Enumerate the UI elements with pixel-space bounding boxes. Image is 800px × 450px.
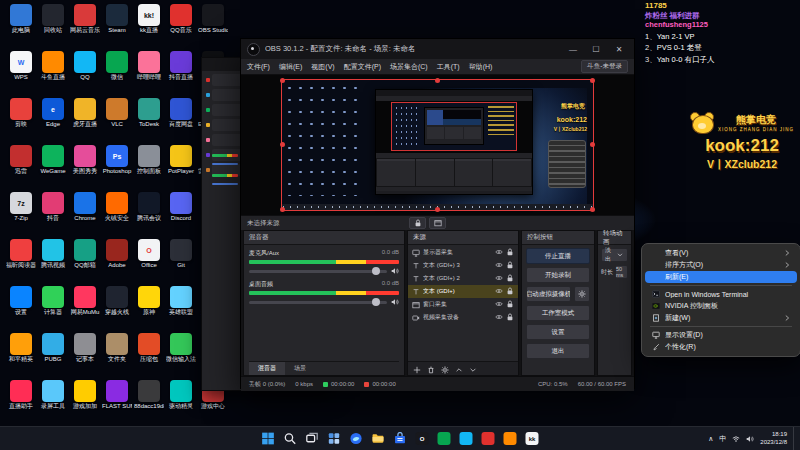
context-menu-item[interactable]: Open in Windows Terminal xyxy=(645,288,797,300)
add-source-button[interactable] xyxy=(413,360,421,378)
taskbar-start-button[interactable] xyxy=(260,430,277,447)
source-row[interactable]: 视频采集设备 xyxy=(408,311,518,324)
desktop-icon[interactable]: 微信 xyxy=(102,51,132,98)
desktop-icon[interactable]: 回收站 xyxy=(38,4,68,51)
obs-titlebar[interactable]: OBS 30.1.2 - 配置文件: 未命名 - 场景: 未命名 — ☐ ✕ xyxy=(241,39,634,59)
desktop-icon[interactable]: 网易云音乐 xyxy=(70,4,100,51)
desktop-icon[interactable]: WWPS xyxy=(6,51,36,98)
minimize-button[interactable]: — xyxy=(564,40,582,58)
visibility-toggle[interactable] xyxy=(495,313,503,322)
desktop-icon[interactable]: OOffice xyxy=(134,239,164,286)
desktop-icon[interactable]: 直播助手 xyxy=(6,380,36,427)
visibility-toggle[interactable] xyxy=(495,274,503,283)
virtual-camera-config-button[interactable] xyxy=(574,286,590,302)
desktop-icon[interactable]: 文件夹 xyxy=(102,333,132,380)
taskbar-microsoft-store-button[interactable] xyxy=(392,430,409,447)
speaker-icon[interactable] xyxy=(391,267,399,275)
close-button[interactable]: ✕ xyxy=(610,40,628,58)
desktop-icon[interactable]: 7z7-Zip xyxy=(6,192,36,239)
context-menu-item[interactable]: 个性化(R) xyxy=(645,341,797,353)
desktop-icon[interactable]: 火绒安全 xyxy=(102,192,132,239)
desktop-icon[interactable]: 迅雷 xyxy=(6,145,36,192)
lock-toggle[interactable] xyxy=(506,274,514,283)
speaker-icon[interactable] xyxy=(391,298,399,306)
desktop-icon[interactable]: 腾讯视频 xyxy=(38,239,68,286)
taskbar-search-button[interactable] xyxy=(282,430,299,447)
obs-menu-item[interactable]: 视图(V) xyxy=(311,62,334,72)
desktop-icon[interactable]: 穿越火线 xyxy=(102,286,132,333)
lock-toggle[interactable] xyxy=(506,313,514,322)
desktop-icon[interactable]: 福昕阅读器 xyxy=(6,239,36,286)
obs-menu-item[interactable]: 配置文件(P) xyxy=(344,62,381,72)
context-menu-item[interactable]: 查看(V) xyxy=(645,247,797,259)
desktop-icon[interactable]: 腾讯会议 xyxy=(134,192,164,239)
desktop-icon[interactable]: VLC xyxy=(102,98,132,145)
desktop-icon[interactable]: OBS Studio xyxy=(198,4,228,51)
tray-chevron-icon[interactable]: ∧ xyxy=(708,435,713,443)
desktop-icon[interactable]: 录屏工具 xyxy=(38,380,68,427)
desktop-icon[interactable]: 抖音 xyxy=(38,192,68,239)
context-menu-item[interactable]: 排序方式(O) xyxy=(645,259,797,271)
move-source-up-button[interactable] xyxy=(455,360,463,378)
source-row[interactable]: 文本 (GDI+) xyxy=(408,285,518,298)
obs-menu-item[interactable]: 工具(T) xyxy=(437,62,460,72)
volume-slider[interactable] xyxy=(249,270,387,273)
taskbar-widgets-button[interactable] xyxy=(326,430,343,447)
volume-icon[interactable] xyxy=(746,435,754,443)
obs-menu-item[interactable]: 编辑(E) xyxy=(279,62,302,72)
preview-fit-button[interactable] xyxy=(429,217,446,229)
control-button[interactable]: 设置 xyxy=(526,324,590,340)
sources-dock-title[interactable]: 来源 xyxy=(408,231,518,245)
desktop-icon[interactable]: 记事本 xyxy=(70,333,100,380)
desktop-icon[interactable]: 控制面板 xyxy=(134,145,164,192)
desktop-icon[interactable]: Git xyxy=(166,239,196,286)
control-button[interactable]: 退出 xyxy=(526,343,590,359)
desktop-icon[interactable]: 设置 xyxy=(6,286,36,333)
desktop-icon[interactable]: QQ音乐 xyxy=(166,4,196,51)
source-row[interactable]: 显示器采集 xyxy=(408,246,518,259)
desktop-icon[interactable]: Discord xyxy=(166,192,196,239)
dock-tab-mixer[interactable]: 混音器 xyxy=(249,362,285,375)
desktop-icon[interactable]: Adobe xyxy=(102,239,132,286)
desktop-icon[interactable]: 美图秀秀 xyxy=(70,145,100,192)
volume-slider[interactable] xyxy=(249,301,387,304)
context-menu-item[interactable]: 刷新(E) xyxy=(645,271,797,283)
visibility-toggle[interactable] xyxy=(495,261,503,270)
preview-lock-button[interactable] xyxy=(409,217,426,229)
desktop-icon[interactable]: 游戏加加 xyxy=(70,380,100,427)
dock-tab-scenes[interactable]: 场景 xyxy=(285,362,315,375)
taskbar-wechat-button[interactable] xyxy=(436,430,453,447)
obs-preview-canvas[interactable]: 熊掌电竞 kook:212 V丨XZclub212 xyxy=(241,75,634,215)
taskbar-obs-button[interactable]: O xyxy=(414,430,431,447)
transition-duration-input[interactable]: 50 ms xyxy=(615,265,628,279)
obs-window[interactable]: OBS 30.1.2 - 配置文件: 未命名 - 场景: 未命名 — ☐ ✕ 文… xyxy=(240,38,635,389)
desktop-icon[interactable]: 剪映 xyxy=(6,98,36,145)
visibility-toggle[interactable] xyxy=(495,300,503,309)
context-menu-item[interactable]: 新建(W) xyxy=(645,312,797,324)
display-capture-source[interactable]: 熊掌电竞 kook:212 V丨XZclub212 xyxy=(282,80,593,210)
source-row[interactable]: 窗口采集 xyxy=(408,298,518,311)
clock[interactable]: 18:19 2023/12/8 xyxy=(760,431,787,447)
source-row[interactable]: 文本 (GDI+) 3 xyxy=(408,259,518,272)
desktop-icon[interactable]: 百度网盘 xyxy=(166,98,196,145)
show-desktop-button[interactable] xyxy=(793,427,797,450)
taskbar-edge-button[interactable] xyxy=(348,430,365,447)
transition-select[interactable]: 淡出 xyxy=(601,248,628,262)
desktop-icon[interactable]: 网易MuMu xyxy=(70,286,100,333)
desktop-icon[interactable]: PsPhotoshop xyxy=(102,145,132,192)
desktop-icon[interactable]: ToDesk xyxy=(134,98,164,145)
obs-menu-item[interactable]: 文件(F) xyxy=(247,62,270,72)
source-properties-button[interactable] xyxy=(441,360,449,378)
taskbar-qq-button[interactable] xyxy=(458,430,475,447)
desktop-icon[interactable]: QQ邮箱 xyxy=(70,239,100,286)
desktop-icon[interactable]: QQ xyxy=(70,51,100,98)
obs-menu-item[interactable]: 场景集合(C) xyxy=(390,62,428,72)
desktop-icon[interactable]: 斗鱼直播 xyxy=(38,51,68,98)
mixer-dock-title[interactable]: 混音器 xyxy=(244,231,404,245)
desktop-icon[interactable]: eEdge xyxy=(38,98,68,145)
virtual-camera-button[interactable]: 启动虚拟摄像机 xyxy=(526,286,571,302)
desktop-icon[interactable]: 原神 xyxy=(134,286,164,333)
douyu-account-tab[interactable]: 斗鱼-未登录 xyxy=(581,60,628,73)
context-menu-item[interactable]: 显示设置(D) xyxy=(645,329,797,341)
taskbar-file-explorer-button[interactable] xyxy=(370,430,387,447)
